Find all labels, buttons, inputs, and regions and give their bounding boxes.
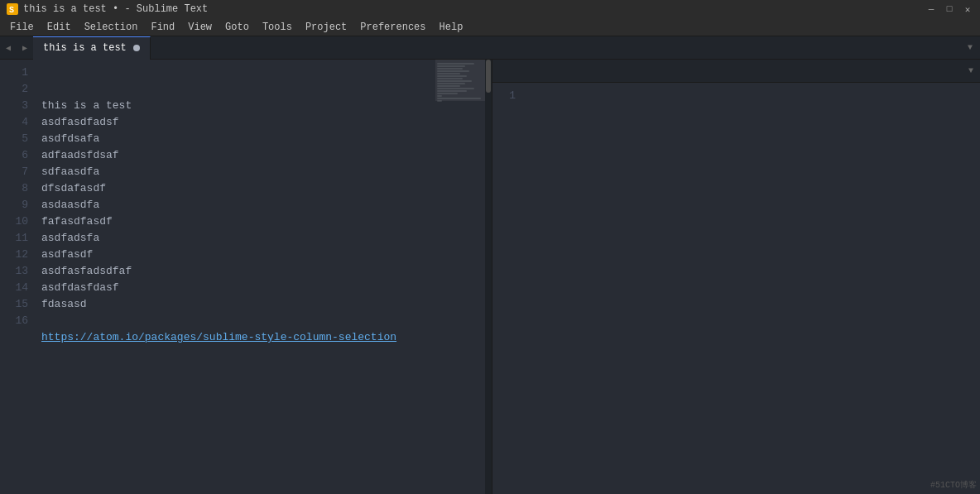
code-link-15[interactable]: https://atom.io/packages/sublime-style-c…	[41, 329, 396, 346]
watermark: #51CTO博客	[930, 479, 977, 491]
line-num-12: 12	[0, 247, 28, 263]
editor-content: 12345678910111213141516 this is a testas…	[0, 60, 492, 494]
line-num-5: 5	[0, 131, 28, 147]
close-button[interactable]: ✕	[962, 3, 973, 15]
line-num-7: 7	[0, 164, 28, 180]
svg-text:S: S	[9, 6, 14, 15]
minimize-button[interactable]: —	[925, 3, 937, 15]
code-line-3: asdfdsafa	[41, 131, 435, 147]
window-title: this is a test • - Sublime Text	[23, 3, 208, 15]
secondary-line-numbers: 1	[492, 83, 519, 494]
code-line-1: this is a test	[41, 98, 435, 114]
code-line-10: asdfasdf	[41, 247, 435, 263]
tab-prev-button[interactable]: ◀	[0, 36, 17, 60]
tab-label: this is a test	[43, 42, 127, 54]
menu-item-project[interactable]: Project	[299, 20, 353, 35]
line-num-2: 2	[0, 81, 28, 98]
code-line-14	[41, 313, 435, 329]
secondary-line-num-1: 1	[492, 88, 516, 104]
tab-next-button[interactable]: ▶	[17, 36, 33, 60]
minimap-viewport	[435, 60, 485, 101]
code-line-13: fdasasd	[41, 296, 435, 313]
scrollbar-thumb[interactable]	[486, 60, 491, 93]
menu-item-goto[interactable]: Goto	[219, 20, 256, 35]
line-num-10: 10	[0, 213, 28, 230]
menu-item-edit[interactable]: Edit	[41, 20, 78, 35]
tab-dropdown-button[interactable]: ▼	[960, 36, 980, 60]
menu-item-preferences[interactable]: Preferences	[353, 20, 432, 35]
code-line-9: asdfadsfa	[41, 230, 435, 247]
secondary-editor: 1	[492, 83, 980, 494]
secondary-tab-dropdown[interactable]: ▼	[968, 66, 973, 75]
tab-modified-indicator	[133, 45, 140, 51]
line-num-4: 4	[0, 114, 28, 131]
code-line-12: asdfdasfdasf	[41, 280, 435, 296]
title-bar-left: S this is a test • - Sublime Text	[7, 3, 208, 15]
code-line-4: adfaadsfdsaf	[41, 147, 435, 164]
menu-item-find[interactable]: Find	[144, 20, 181, 35]
code-line-7: asdaasdfa	[41, 197, 435, 213]
title-bar: S this is a test • - Sublime Text — □ ✕	[0, 0, 980, 18]
code-line-16	[41, 346, 435, 362]
tab-bar: ◀ ▶ this is a test ▼	[0, 36, 980, 60]
line-numbers: 12345678910111213141516	[0, 60, 36, 494]
line-num-15: 15	[0, 296, 28, 313]
code-area[interactable]: this is a testasdfasdfadsfasdfdsafaadfaa…	[36, 60, 435, 494]
line-num-8: 8	[0, 180, 28, 197]
line-num-6: 6	[0, 147, 28, 164]
line-num-11: 11	[0, 230, 28, 247]
app-icon: S	[7, 3, 18, 15]
menu-bar: FileEditSelectionFindViewGotoToolsProjec…	[0, 18, 980, 36]
restore-button[interactable]: □	[944, 3, 955, 15]
line-num-16: 16	[0, 313, 28, 329]
main-content: 12345678910111213141516 this is a testas…	[0, 60, 980, 494]
active-tab[interactable]: this is a test	[33, 36, 151, 60]
code-line-15: https://atom.io/packages/sublime-style-c…	[41, 329, 435, 346]
primary-editor-panel: 12345678910111213141516 this is a testas…	[0, 60, 492, 494]
line-num-1: 1	[0, 65, 28, 81]
menu-item-view[interactable]: View	[181, 20, 219, 35]
code-line-8: fafasdfasdf	[41, 213, 435, 230]
vertical-scrollbar[interactable]	[485, 60, 492, 494]
code-line-5: sdfaasdfa	[41, 164, 435, 180]
line-num-9: 9	[0, 197, 28, 213]
minimap	[435, 60, 485, 494]
secondary-header: ▼	[492, 60, 980, 83]
code-line-6: dfsdafasdf	[41, 180, 435, 197]
line-num-3: 3	[0, 98, 28, 114]
menu-item-file[interactable]: File	[3, 20, 41, 35]
code-line-11: asdfasfadsdfaf	[41, 263, 435, 280]
menu-item-tools[interactable]: Tools	[256, 20, 299, 35]
menu-item-help[interactable]: Help	[433, 20, 470, 35]
window-controls: — □ ✕	[925, 3, 973, 15]
secondary-code-area[interactable]	[519, 83, 980, 494]
menu-item-selection[interactable]: Selection	[78, 20, 145, 35]
line-num-13: 13	[0, 263, 28, 280]
code-line-2: asdfasdfadsf	[41, 114, 435, 131]
secondary-panel: ▼ 1	[492, 60, 980, 494]
line-num-14: 14	[0, 280, 28, 296]
